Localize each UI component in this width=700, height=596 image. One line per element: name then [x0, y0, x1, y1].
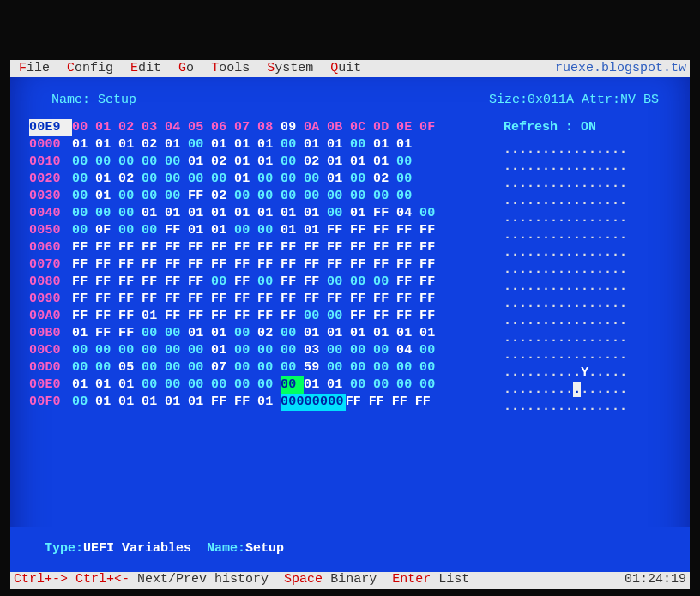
hex-row[interactable]: 00B0 01FFFF00000101000200010101010101 [29, 325, 495, 342]
status-bar: Type:UEFI Variables Name:Setup [10, 527, 690, 572]
size-attr: Size:0x011A Attr:NV BS [489, 93, 659, 107]
menu-item-edit[interactable]: Edit [122, 61, 170, 76]
hex-row[interactable]: 0070 FFFFFFFFFFFFFFFFFFFFFFFFFFFFFFFF [29, 256, 495, 274]
key-ctrl-left: Ctrl+<- [75, 572, 130, 589]
menu-item-file[interactable]: File [10, 61, 58, 76]
refresh-label: Refresh [504, 120, 558, 135]
hex-row[interactable]: 00C0 00000000000001000000030000000400 [29, 342, 495, 359]
ascii-row: ................ [504, 159, 671, 176]
footer-bar: Ctrl+-> Ctrl+<- Next/Prev history Space … [10, 572, 690, 589]
header: Name: Setup Size:0x011A Attr:NV BS [10, 77, 690, 112]
clock: 01:24:19 [625, 572, 686, 589]
ascii-row: ................ [504, 330, 671, 347]
ascii-row: ................ [504, 244, 671, 262]
app-screen: FileConfigEditGoToolsSystemQuit ruexe.bl… [10, 60, 690, 589]
hex-row[interactable]: 0030 0001000000FF020000000000000000 [29, 188, 495, 205]
hex-row[interactable]: 0020 000102000000000100000001000200 [29, 171, 495, 188]
menu-item-quit[interactable]: Quit [322, 61, 370, 76]
hex-row[interactable]: 0050 000F0000FF010100000101FFFFFFFFFF [29, 222, 495, 239]
ascii-row: ................ [504, 193, 671, 210]
menu-item-go[interactable]: Go [170, 61, 202, 76]
ascii-row: ................ [504, 227, 671, 244]
menu-item-config[interactable]: Config [58, 61, 122, 76]
hex-row[interactable]: 00F0 000101010101FFFF0100000000FFFFFFFF [29, 394, 495, 411]
hex-row[interactable]: 0010 000000000001020101000201010100 [29, 154, 495, 171]
hex-panel[interactable]: 00E9 000102030405060708090A0B0C0D0E0F000… [29, 119, 495, 523]
hex-row[interactable]: 0040 00000001010101010101010001FF0400 [29, 205, 495, 222]
ascii-panel: Refresh : ON ...........................… [504, 119, 671, 523]
ascii-row: ................ [504, 296, 671, 313]
menubar[interactable]: FileConfigEditGoToolsSystemQuit ruexe.bl… [10, 60, 690, 77]
ascii-row: ................ [504, 279, 671, 296]
ascii-row: ................ [504, 313, 671, 330]
key-ctrl-right: Ctrl+-> [14, 572, 68, 589]
hex-row[interactable]: 0060 FFFFFFFFFFFFFFFFFFFFFFFFFFFFFFFF [29, 239, 495, 256]
menu-item-system[interactable]: System [258, 61, 322, 76]
refresh-value: ON [581, 120, 596, 135]
menu-item-tools[interactable]: Tools [202, 61, 258, 76]
hex-column-header: 00E9 000102030405060708090A0B0C0D0E0F [29, 119, 495, 136]
ascii-row: ................ [504, 382, 671, 399]
hex-row[interactable]: 00D0 00000500000007000000590000000000 [29, 359, 495, 376]
hex-row[interactable]: 00A0 FFFFFF01FFFFFFFFFFFF0000FFFFFFFF [29, 308, 495, 325]
ascii-row: ................ [504, 347, 671, 364]
ascii-row: ................ [504, 141, 671, 159]
ascii-row: ................ [504, 399, 671, 416]
hex-row[interactable]: 0090 FFFFFFFFFFFFFFFFFFFFFFFFFFFFFFFF [29, 291, 495, 308]
name-value: Setup [98, 93, 136, 107]
hex-row[interactable]: 0000 010101020100010101000101000101 [29, 136, 495, 154]
hex-row[interactable]: 0080 FFFFFFFFFFFF00FF00FFFF000000FFFF [29, 274, 495, 291]
hex-row[interactable]: 00E0 01010100000000000000010100000000 [29, 376, 495, 394]
ascii-row: ................ [504, 176, 671, 193]
ascii-row: ................ [504, 262, 671, 279]
url-text: ruexe.blogspot.tw [555, 61, 690, 76]
key-space: Space [284, 572, 323, 589]
ascii-row: ..........Y..... [504, 364, 671, 382]
ascii-row: ................ [504, 210, 671, 227]
key-enter: Enter [392, 572, 431, 589]
name-label: Name: [51, 93, 90, 107]
